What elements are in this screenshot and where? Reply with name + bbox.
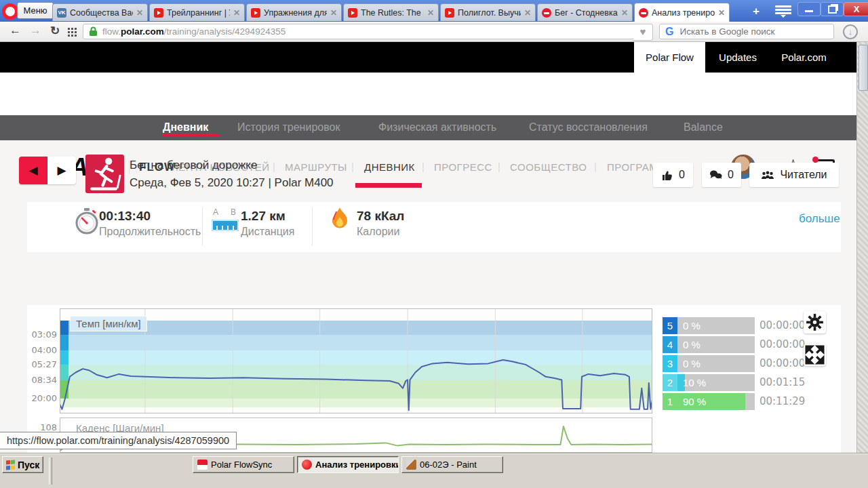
zone-4-bar: 0 % [677,336,755,353]
tab-polar-com[interactable]: Polar.com [772,42,836,73]
bookmark-heart-icon[interactable]: ♥ [633,24,653,41]
more-link[interactable]: больше [799,212,840,226]
zone-3-time: 00:00:00 [760,355,807,372]
next-session-button[interactable]: ▶ [47,157,76,184]
browser-tab-1[interactable]: VK Сообщества Васи ✕ [52,3,148,21]
subnav-balance[interactable]: Balance [684,121,723,134]
zone-3-number: 3 [663,355,677,372]
back-button[interactable]: ← [9,24,21,37]
nav-separator: | [594,161,597,172]
subnav-diary[interactable]: Дневник [163,121,208,134]
calories-value: 78 кКал [357,209,404,224]
new-tab-button[interactable]: + [747,5,765,18]
nav-community[interactable]: СООБЩЕСТВО [510,161,587,173]
browser-tab-6[interactable]: Бег - Стодневка п ✕ [537,3,633,21]
polar-header: PLAR® FLOW ЛЕНТА НОВОСТЕЙ | МАРШРУТЫ | Д… [0,73,857,115]
subnav-activity[interactable]: Физическая активность [378,121,496,134]
window-close-button[interactable]: X [844,2,868,16]
tab-close-icon[interactable]: ✕ [233,8,240,18]
tab-polar-flow[interactable]: Polar Flow [634,42,705,73]
zone-5-number: 5 [663,317,677,334]
pace-ytick: 04:00 [28,345,57,355]
page-scrollbar[interactable] [856,42,868,453]
browser-tab-2[interactable]: Трейлраннинг | Уп ✕ [149,3,245,21]
notification-dot [812,157,818,163]
window-maximize-button[interactable] [821,2,844,16]
secure-lock-icon [89,26,98,37]
readers-button[interactable]: Читатели [749,163,839,187]
prev-session-button[interactable]: ◀ [19,157,47,184]
stats-divider [202,207,203,245]
nav-diary[interactable]: ДНЕВНИК [364,161,415,173]
task-paint[interactable]: 06-02Э - Paint [401,456,503,473]
gear-icon [804,311,826,333]
polar-favicon-icon [542,8,551,18]
stopwatch-icon [75,208,99,235]
tab-close-icon[interactable]: ✕ [524,8,531,18]
diary-subnav: Дневник История тренировок Физическая ак… [0,115,857,140]
vk-favicon-icon: VK [57,8,66,18]
search-input[interactable] [678,26,816,37]
comment-button[interactable]: 0 [702,163,741,187]
subnav-training-history[interactable]: История тренировок [237,121,340,134]
chart-settings-button[interactable] [804,311,826,333]
address-field[interactable]: flow.polar.com/training/analysis/4294924… [83,24,634,39]
tab-label: The Rutles: The Kni [361,8,424,18]
address-path: /training/analysis/4294924355 [164,26,285,37]
tab-updates[interactable]: Updates [711,42,765,73]
tab-close-icon[interactable]: ✕ [718,8,725,18]
status-url-tooltip: https://flow.polar.com/training/analysis… [0,432,237,449]
tab-label: Трейлраннинг | Уп [167,8,230,18]
downloads-icon[interactable]: ↓ [843,24,858,39]
address-domain: polar.com [121,26,164,37]
zone-2-number: 2 [663,374,677,391]
browser-tab-active[interactable]: Анализ тренировк ✕ [634,3,730,22]
chart-fullscreen-button[interactable] [804,344,826,366]
tab-list-button[interactable] [775,5,791,16]
polar-favicon-icon [639,8,648,18]
tab-close-icon[interactable]: ✕ [427,8,434,18]
readers-people-icon [761,171,774,180]
browser-tab-3[interactable]: Упражнения для у ✕ [246,3,342,21]
search-field[interactable]: G [659,24,834,39]
nav-routes[interactable]: МАРШРУТЫ [285,161,347,173]
browser-tab-5[interactable]: Полиглот. Выучим ✕ [440,3,536,21]
expand-arrows-icon [804,344,826,366]
start-button[interactable]: Пуск [2,456,43,473]
browser-tab-4[interactable]: The Rutles: The Kni ✕ [343,3,439,21]
pace-chart-label: Темп [мин/км] [70,316,147,331]
opera-task-icon [302,460,312,470]
stats-panel: 00:13:40 Продолжительность A B 1.27 км Д… [27,202,841,252]
zone-1-percent: 90 % [683,393,706,410]
scrollbar-thumb[interactable] [859,45,868,91]
forward-button[interactable]: → [30,24,41,37]
ruler-b-label: B [231,207,236,217]
tab-close-icon[interactable]: ✕ [621,8,628,18]
like-button[interactable]: 0 [653,163,693,187]
youtube-favicon-icon [445,8,454,18]
comment-count: 0 [728,169,734,181]
session-datetime: Среда, Фев 5, 2020 10:27 | Polar M400 [130,176,334,190]
subnav-recovery-status[interactable]: Статус восстановления [529,121,648,134]
reload-button[interactable]: ↻ [50,24,60,38]
opera-logo-icon[interactable] [2,3,18,20]
duration-label: Продолжительность [99,226,201,238]
tab-close-icon[interactable]: ✕ [136,8,143,18]
zone-2-bar: 10 % [677,374,755,391]
like-count: 0 [679,169,685,181]
speed-dial-icon[interactable] [68,28,77,37]
calories-label: Калории [357,226,399,238]
youtube-favicon-icon [154,8,163,18]
browser-menu-button[interactable]: Меню [17,2,54,19]
readers-label: Читатели [780,169,827,181]
youtube-favicon-icon [348,8,357,18]
task-polar-flowsync[interactable]: Polar FlowSync [193,456,294,473]
pace-chart[interactable] [60,308,652,413]
pace-ytick: 03:09 [28,329,57,340]
active-nav-underline [355,183,422,188]
nav-progress[interactable]: ПРОГРЕСС [434,161,492,173]
zone-1-bar: 90 % [677,393,755,410]
tab-close-icon[interactable]: ✕ [330,8,337,18]
task-training-analysis[interactable]: Анализ тренировки - ... [297,456,399,473]
window-minimize-button[interactable] [797,2,821,16]
